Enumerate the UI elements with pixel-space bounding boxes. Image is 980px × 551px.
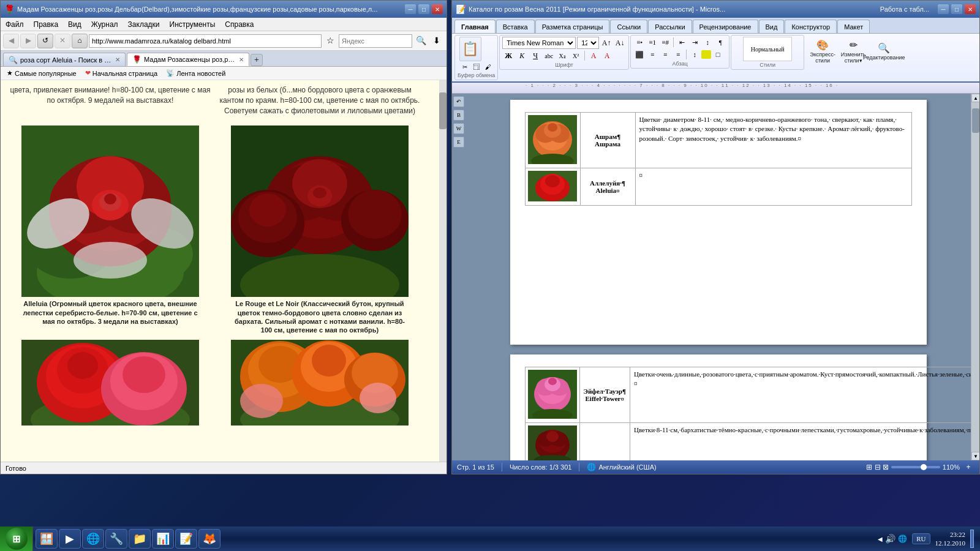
ribbon-tab-view[interactable]: Вид (759, 20, 785, 33)
align-left-button[interactable]: ⬛ (633, 49, 646, 60)
scroll-down-button[interactable]: ▼ (971, 452, 979, 460)
windows-orb[interactable]: ⊞ (6, 528, 28, 550)
search-button[interactable]: 🔍 (413, 34, 428, 48)
strikethrough-button[interactable]: abc (543, 50, 555, 61)
subscript-button[interactable]: X₂ (556, 50, 568, 61)
font-name-select[interactable]: Times New Roman (502, 37, 576, 49)
tab-google[interactable]: 🔍 роза сорт Aleluia - Поиск в Google ✕ (3, 53, 126, 66)
font-size-select[interactable]: 12 (577, 37, 599, 49)
taskbar-app-windows[interactable]: 🪟 (36, 529, 58, 549)
word-scrollbar[interactable]: ▲ ▼ (971, 94, 979, 460)
menu-view[interactable]: Вид (63, 19, 86, 30)
paste-button[interactable]: 📋 (459, 37, 481, 61)
shading-button[interactable] (701, 50, 711, 59)
numbering-button[interactable]: ≡1 (646, 37, 658, 48)
scroll-track[interactable] (971, 102, 979, 452)
start-button[interactable]: ⊞ (0, 527, 33, 551)
editing-button[interactable]: 🔍 Редактирование (869, 35, 899, 69)
multilevel-button[interactable]: ≡# (659, 37, 671, 48)
word-maximize-button[interactable]: □ (951, 4, 962, 14)
copy-button[interactable]: ⿹ (471, 62, 482, 72)
zoom-control[interactable]: ⊞ ⊟ ⊠ 110% + (866, 462, 974, 473)
ribbon-tab-design[interactable]: Конструктор (785, 20, 837, 33)
font-grow-button[interactable]: A↑ (600, 37, 612, 48)
ribbon-tab-insert[interactable]: Вставка (496, 20, 535, 33)
fav-popular[interactable]: ★ Самые популярные (3, 68, 80, 78)
highlight-button[interactable]: А (587, 50, 600, 61)
menu-help[interactable]: Справка (220, 19, 258, 30)
close-button[interactable]: ✕ (432, 4, 443, 14)
show-marks-button[interactable]: ¶ (714, 37, 726, 48)
menu-journal[interactable]: Журнал (86, 19, 123, 30)
word-close-button[interactable]: ✕ (965, 4, 976, 14)
format-copy-button[interactable]: 🖌 (483, 62, 494, 72)
scroll-up-button[interactable]: ▲ (971, 94, 979, 102)
menu-edit[interactable]: Правка (29, 19, 64, 30)
reload-button[interactable]: ↺ (37, 34, 53, 48)
add-tab-button[interactable]: + (251, 54, 263, 66)
underline-button[interactable]: Ч (529, 50, 541, 61)
word-minimize-button[interactable]: ─ (938, 4, 949, 14)
left-tool-2[interactable]: B (453, 110, 464, 121)
ribbon-tab-mailings[interactable]: Рассылки (648, 20, 692, 33)
stop-button[interactable]: ✕ (55, 34, 70, 48)
menu-file[interactable]: Файл (1, 19, 29, 30)
line-spacing-button[interactable]: ↕ (688, 49, 701, 60)
font-color-button[interactable]: A (601, 50, 613, 61)
justify-button[interactable]: ≡ (672, 49, 684, 60)
taskbar-app-excel[interactable]: 📊 (152, 529, 174, 549)
browser-scroll-thumb[interactable] (439, 92, 447, 129)
borders-button[interactable]: □ (712, 49, 724, 60)
font-shrink-button[interactable]: A↓ (614, 37, 626, 48)
back-button[interactable]: ◀ (3, 34, 19, 48)
speaker-icon[interactable]: 🔊 (885, 534, 895, 544)
menu-bookmarks[interactable]: Закладки (123, 19, 165, 30)
forward-button[interactable]: ▶ (20, 34, 36, 48)
tab-madamroza[interactable]: 🌹 Мадам Розасаженцы роз,розы ... ✕ (127, 53, 249, 66)
ribbon-tab-home[interactable]: Главная (454, 20, 496, 33)
sort-button[interactable]: ↕ (701, 37, 714, 48)
fav-news[interactable]: 📡 Лента новостей (162, 68, 229, 78)
ribbon-tab-layout2[interactable]: Макет (837, 20, 870, 33)
left-tool-3[interactable]: W (453, 123, 464, 134)
minimize-button[interactable]: ─ (405, 4, 416, 14)
home-button[interactable]: ⌂ (72, 34, 88, 48)
italic-button[interactable]: К (516, 50, 528, 61)
ribbon-tab-review[interactable]: Рецензирование (693, 20, 758, 33)
language-selector[interactable]: RU (912, 533, 930, 544)
scroll-thumb[interactable] (972, 108, 979, 133)
increase-indent-button[interactable]: ⇥ (688, 37, 701, 48)
ribbon-tab-layout[interactable]: Разметка страницы (535, 20, 610, 33)
taskbar-app-tool[interactable]: 🔧 (105, 529, 127, 549)
decrease-indent-button[interactable]: ⇤ (676, 37, 688, 48)
menu-tools[interactable]: Инструменты (165, 19, 221, 30)
address-input[interactable] (89, 34, 322, 48)
left-tool-4[interactable]: E (453, 137, 464, 148)
taskbar-app-word[interactable]: 📝 (175, 529, 197, 549)
bullets-button[interactable]: ≡• (633, 37, 646, 48)
tab-close-google[interactable]: ✕ (115, 56, 120, 63)
search-input[interactable] (339, 34, 412, 48)
maximize-button[interactable]: □ (418, 4, 429, 14)
zoom-slider[interactable] (891, 466, 940, 468)
bold-button[interactable]: Ж (502, 50, 514, 61)
fav-home[interactable]: ❤ Начальная страница (81, 68, 161, 78)
superscript-button[interactable]: X² (570, 50, 582, 61)
express-styles-button[interactable]: 🎨 Экспресс-стили (808, 35, 837, 69)
taskbar-app-firefox[interactable]: 🦊 (198, 529, 221, 549)
show-desktop-button[interactable] (970, 530, 974, 548)
taskbar-app-ie[interactable]: 🌐 (82, 529, 104, 549)
zoom-thumb[interactable] (921, 464, 927, 470)
align-center-button[interactable]: ≡ (646, 49, 658, 60)
taskbar-app-folder[interactable]: 📁 (129, 529, 151, 549)
taskbar-app-media[interactable]: ▶ (59, 529, 81, 549)
download-button[interactable]: ⬇ (429, 34, 444, 48)
align-right-button[interactable]: ≡ (659, 49, 671, 60)
left-tool-1[interactable]: ↶ (453, 96, 464, 107)
ribbon-tab-links[interactable]: Ссылки (610, 20, 647, 33)
zoom-in-button[interactable]: + (962, 462, 974, 473)
cut-button[interactable]: ✂ (459, 62, 470, 72)
word-page-area[interactable]: Ашрам¶ Ашрама Цветки· диаметром· 8-11· с… (466, 94, 971, 460)
browser-scrollbar[interactable] (439, 80, 447, 462)
bookmark-star[interactable]: ☆ (323, 34, 337, 48)
